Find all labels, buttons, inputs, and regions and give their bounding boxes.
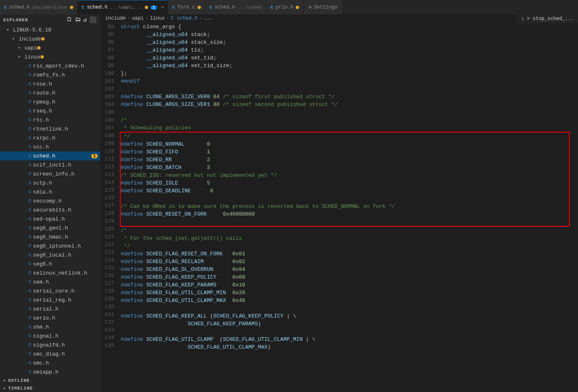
file-type-icon: C	[29, 369, 31, 374]
sidebar-item-file[interactable]: C rose.h	[0, 79, 100, 88]
file-type-icon: C	[29, 270, 31, 275]
sidebar-item-file[interactable]: C shm.h	[0, 322, 100, 331]
tab-close-button[interactable]: ✕	[161, 5, 164, 10]
new-file-icon[interactable]: 🗋	[66, 16, 72, 23]
breadcrumb-part[interactable]: linux	[150, 16, 165, 21]
sidebar-item-file[interactable]: C rtnetlink.h	[0, 124, 100, 133]
code-line-98: __aligned_u64 set_tid;	[121, 54, 570, 62]
code-editor[interactable]: 89 95 96 97 98 99 100 101 102 103 104 10…	[100, 23, 578, 392]
tab-fork[interactable]: C fork.c	[168, 0, 205, 14]
sidebar-item-file[interactable]: C screen_info.h	[0, 169, 100, 178]
sidebar-item-file[interactable]: C signalfd.h	[0, 340, 100, 349]
sidebar-item-file[interactable]: C sctp.h	[0, 178, 100, 187]
highlight-region: */ #define SCHED_NORMAL 0 #define SCHED_…	[120, 132, 570, 227]
sidebar-item-file[interactable]: C rpmsg.h	[0, 97, 100, 106]
modified-dot	[40, 55, 44, 59]
sidebar-item-file[interactable]: C serial.h	[0, 304, 100, 313]
sidebar-item-file[interactable]: C route.h	[0, 88, 100, 97]
file-type-icon: C	[29, 180, 31, 185]
new-folder-icon[interactable]: 🗂	[75, 16, 81, 23]
sidebar-item-file[interactable]: C seg6.h	[0, 259, 100, 268]
sidebar-item-file[interactable]: C scif_ioctl.h	[0, 160, 100, 169]
sidebar-item-linux[interactable]: ▾ linux	[0, 52, 100, 61]
tab-sched-sched[interactable]: C sched.h ...\sched	[205, 0, 266, 14]
dir-label: uapi	[25, 45, 37, 51]
code-line-114: #define SCHED_IDLE 5	[121, 179, 569, 187]
file-type-icon: C	[29, 99, 31, 104]
tab-sched-include[interactable]: C sched.h include\linux	[0, 0, 78, 14]
code-line-122: */	[121, 242, 570, 250]
tab-label: sched.h	[87, 5, 107, 10]
file-type-icon: C	[29, 315, 31, 320]
sidebar-item-file[interactable]: C seg6_hmac.h	[0, 232, 100, 241]
code-line-117: /* Can be ORed in to make sure the proce…	[121, 203, 569, 210]
sidebar-item-file[interactable]: C sed-opal.h	[0, 214, 100, 223]
timeline-label: TIMELINE	[8, 386, 33, 391]
sidebar-item-file[interactable]: C smc_diag.h	[0, 349, 100, 358]
sidebar-item-file[interactable]: C seg6_local.h	[0, 250, 100, 259]
code-line-109: #define SCHED_NORMAL 0	[121, 140, 569, 148]
tab-sublabel: ...\sched	[238, 5, 262, 10]
outline-label: OUTLINE	[8, 378, 30, 383]
sidebar-item-include[interactable]: ▾ include	[0, 34, 100, 43]
sidebar-item-file[interactable]: C rseq.h	[0, 106, 100, 115]
code-line-126: #define SCHED_FLAG_KEEP_POLICY 0x08	[121, 273, 570, 281]
right-panel-hint[interactable]: › > stop_sched_...	[516, 14, 578, 23]
sidebar-item-file[interactable]: C serio.h	[0, 313, 100, 322]
sidebar-item-file[interactable]: C sdla.h	[0, 187, 100, 196]
sidebar-item-file[interactable]: C rtc.h	[0, 115, 100, 124]
dir-label: include	[19, 36, 41, 42]
tab-label: sched.h	[9, 5, 30, 10]
tab-modified-dot	[198, 6, 201, 9]
sidebar-item-sched-h[interactable]: C sched.h 1	[0, 151, 100, 160]
refresh-icon[interactable]: ↺	[83, 16, 87, 23]
sidebar-item-file[interactable]: C seg6_genl.h	[0, 223, 100, 232]
sidebar-item-file[interactable]: C smc.h	[0, 358, 100, 367]
sidebar-item-file[interactable]: C rio_mport_cdev.h	[0, 61, 100, 70]
sidebar-item-file[interactable]: C securebits.h	[0, 205, 100, 214]
sidebar-item-file[interactable]: C rxrpc.h	[0, 133, 100, 142]
sidebar-item-root[interactable]: ▾ LINUX-5.6.18	[0, 25, 100, 34]
sidebar-title: EXPLORER	[3, 18, 28, 23]
tab-sublabel: include\linux	[32, 5, 67, 10]
right-hint-label: > stop_sched_...	[527, 16, 574, 22]
sidebar-item-file[interactable]: C serial_reg.h	[0, 295, 100, 304]
tab-prio[interactable]: C prio.h	[266, 0, 304, 14]
tab-modified-dot	[296, 6, 299, 9]
sidebar-item-file[interactable]: C sem.h	[0, 277, 100, 286]
tab-bar: C sched.h include\linux C sched.h ...\ua…	[0, 0, 578, 14]
tab-settings[interactable]: ⚙ Settings	[304, 0, 343, 14]
code-line-97: __aligned_u64 tls;	[121, 46, 570, 54]
breadcrumb-part[interactable]: include	[105, 16, 126, 21]
sidebar-item-file[interactable]: C selinux_netlink.h	[0, 268, 100, 277]
sidebar-header: EXPLORER 🗋 🗂 ↺ ⬛	[0, 14, 100, 25]
sidebar-actions: 🗋 🗂 ↺ ⬛	[66, 16, 97, 23]
file-type-icon: C	[29, 360, 31, 365]
collapse-icon[interactable]: ⬛	[90, 16, 97, 23]
sidebar-item-file[interactable]: C signal.h	[0, 331, 100, 340]
sidebar-item-file[interactable]: C seg6_iptunnel.h	[0, 241, 100, 250]
sidebar-item-file[interactable]: C romfs_fs.h	[0, 70, 100, 79]
tab-sched-uapi[interactable]: C sched.h ...\uapi;... 1 ✕	[78, 0, 168, 14]
code-line-110: #define SCHED_FIFO 1	[121, 148, 569, 156]
sidebar-item-file[interactable]: C serial_core.h	[0, 286, 100, 295]
sidebar-item-file[interactable]: C smiapp.h	[0, 367, 100, 376]
code-line-100: };	[121, 70, 570, 77]
breadcrumb-part[interactable]: uapi	[132, 16, 144, 21]
sidebar-item-file[interactable]: C scc.h	[0, 142, 100, 151]
outline-section[interactable]: ▸ OUTLINE	[0, 376, 100, 384]
timeline-section[interactable]: ▸ TIMELINE	[0, 384, 100, 392]
code-line-89: struct clone_args {	[121, 23, 570, 31]
modified-dot	[41, 37, 45, 41]
right-panel-expand-icon[interactable]: ›	[521, 16, 524, 22]
breadcrumb-sep: ›	[166, 16, 169, 21]
sidebar-item-file[interactable]: C seccomp.h	[0, 196, 100, 205]
code-line-127: #define SCHED_FLAG_KEEP_PARAMS 0x10	[121, 281, 570, 289]
breadcrumb-part[interactable]: C sched.h	[171, 16, 198, 21]
code-line-134: #define SCHED_FLAG_UTIL_CLAMP (SCHED_FLA…	[121, 336, 570, 343]
expand-arrow: ▾	[18, 45, 25, 50]
sidebar-item-uapi[interactable]: ▾ uapi	[0, 43, 100, 52]
settings-icon: ⚙	[308, 4, 311, 10]
file-type-icon: C	[29, 207, 31, 212]
file-type-icon: C	[29, 324, 31, 329]
